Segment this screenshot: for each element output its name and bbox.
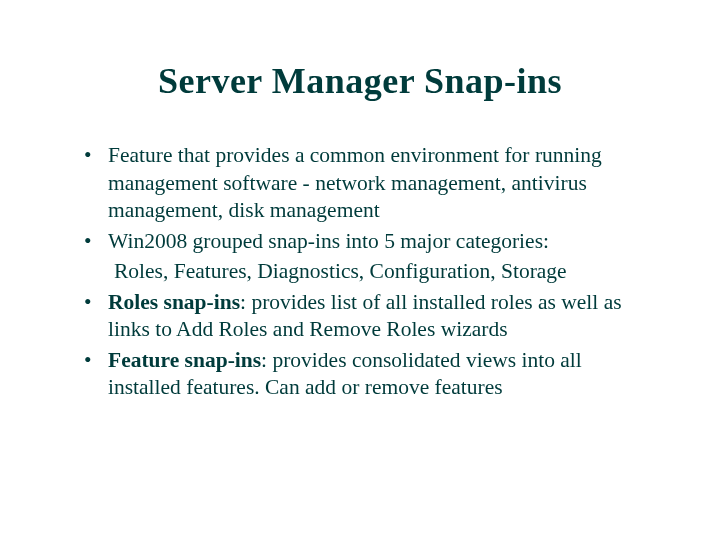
bullet-label: Feature snap-ins [108, 348, 261, 372]
bullet-icon: • [82, 142, 108, 170]
list-item: • Feature that provides a common environ… [82, 142, 650, 225]
list-item: • Feature snap-ins: provides consolidate… [82, 347, 650, 402]
sub-line: Roles, Features, Diagnostics, Configurat… [82, 258, 650, 286]
bullet-text: Roles snap-ins: provides list of all ins… [108, 289, 650, 344]
bullet-icon: • [82, 289, 108, 317]
list-item: • Roles snap-ins: provides list of all i… [82, 289, 650, 344]
bullet-icon: • [82, 347, 108, 375]
bullet-icon: • [82, 228, 108, 256]
page-title: Server Manager Snap-ins [70, 60, 650, 102]
bullet-text: Feature snap-ins: provides consolidated … [108, 347, 650, 402]
bullet-text: Feature that provides a common environme… [108, 142, 650, 225]
bullet-list: • Feature that provides a common environ… [70, 142, 650, 402]
list-item: • Win2008 grouped snap-ins into 5 major … [82, 228, 650, 256]
bullet-text: Win2008 grouped snap-ins into 5 major ca… [108, 228, 650, 256]
bullet-label: Roles snap-ins [108, 290, 240, 314]
